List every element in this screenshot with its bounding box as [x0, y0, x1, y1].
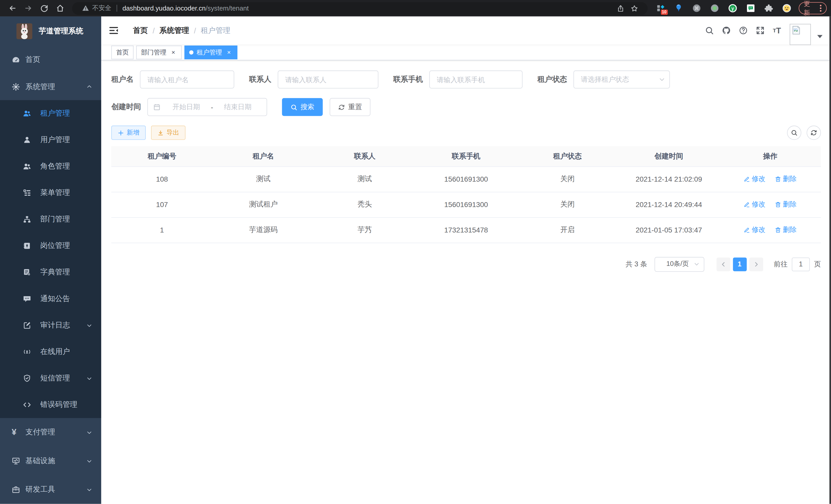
sidebar-item-infrastructure[interactable]: 基础设施	[0, 447, 101, 475]
sidebar-item-sms[interactable]: 短信管理	[0, 365, 101, 391]
sidebar-item-posts[interactable]: 岗位管理	[0, 233, 101, 259]
tab-department[interactable]: 部门管理 ×	[136, 46, 182, 59]
roles-icon	[23, 162, 31, 171]
sidebar-item-label: 错误码管理	[40, 400, 77, 410]
address-bar[interactable]: 不安全 dashboard.yudao.iocoder.cn/system/te…	[72, 2, 648, 14]
sidebar-item-online-users[interactable]: 在线用户	[0, 338, 101, 365]
update-label: 更新	[804, 0, 816, 17]
sidebar-item-audit-log[interactable]: 审计日志	[0, 312, 101, 338]
home-icon[interactable]	[52, 1, 68, 15]
tiles-extension-icon[interactable]: 10	[653, 2, 668, 14]
font-size-icon[interactable]: TT	[769, 22, 785, 39]
sidebar-item-roles[interactable]: 角色管理	[0, 153, 101, 180]
cell-mobile: 15601691300	[416, 167, 517, 192]
close-icon[interactable]: ×	[170, 49, 177, 56]
col-status: 租户状态	[517, 146, 618, 166]
close-icon[interactable]: ×	[225, 49, 233, 56]
star-icon[interactable]	[627, 2, 641, 14]
sidebar-item-departments[interactable]: 部门管理	[0, 206, 101, 233]
cell-contact: 秃头	[314, 192, 416, 217]
sidebar-item-error-code[interactable]: 错误码管理	[0, 391, 101, 418]
edit-link[interactable]: 修改	[744, 174, 766, 184]
sidebar-collapse-icon[interactable]	[109, 25, 119, 36]
sidebar-item-home[interactable]: 首页	[0, 46, 101, 73]
trash-icon	[775, 176, 781, 182]
sidebar-item-system[interactable]: 系统管理	[0, 73, 101, 100]
contact-input[interactable]	[278, 70, 378, 88]
export-button[interactable]: 导出	[151, 126, 185, 140]
edit-icon	[744, 201, 750, 208]
add-button[interactable]: 新增	[111, 126, 146, 140]
delete-label: 删除	[783, 174, 797, 184]
y-extension-icon[interactable]: y	[725, 2, 740, 14]
url-host[interactable]: dashboard.yudao.iocoder.cn	[122, 5, 206, 12]
table-refresh-icon[interactable]	[807, 126, 821, 140]
reload-icon[interactable]	[36, 1, 52, 15]
sidebar-item-payment[interactable]: ¥ 支付管理	[0, 418, 101, 446]
export-button-label: 导出	[167, 128, 179, 137]
create-time-range-picker[interactable]: 开始日期 - 结束日期	[147, 98, 267, 116]
fullscreen-icon[interactable]	[752, 22, 769, 39]
table-toolbar: 新增 导出	[111, 126, 821, 140]
update-button[interactable]: 更新	[798, 2, 827, 14]
chevron-down-icon	[694, 261, 700, 267]
sidebar-item-label: 用户管理	[40, 135, 70, 145]
goto-page-input[interactable]	[792, 257, 810, 271]
browser-menu-icon[interactable]	[820, 5, 822, 12]
record-extension-icon[interactable]	[707, 2, 722, 14]
forward-icon[interactable]	[20, 1, 36, 15]
col-tenant-id: 租户编号	[111, 146, 213, 166]
github-icon[interactable]	[718, 22, 735, 39]
help-icon[interactable]	[735, 22, 752, 39]
sidebar-item-dict[interactable]: 字典管理	[0, 259, 101, 286]
breadcrumb-system[interactable]: 系统管理	[160, 26, 190, 35]
sidebar-bottom-menu: ¥ 支付管理 基础设施 研发工具	[0, 418, 101, 504]
tenant-name-input[interactable]	[140, 70, 234, 88]
sidebar-item-notice[interactable]: 通知公告	[0, 286, 101, 312]
sidebar-logo[interactable]: 芋道管理系统	[0, 17, 101, 46]
chat-extension-icon[interactable]	[743, 2, 758, 14]
sidebar-item-menus[interactable]: 菜单管理	[0, 180, 101, 206]
page-number-1[interactable]: 1	[733, 257, 746, 271]
url-path[interactable]: /system/tenant	[206, 5, 249, 12]
tab-tenant[interactable]: 租户管理 ×	[184, 46, 237, 59]
caret-down-icon[interactable]	[817, 35, 823, 38]
svg-text:⌘: ⌘	[694, 5, 699, 11]
error-code-icon	[23, 401, 31, 409]
command-extension-icon[interactable]: ⌘	[689, 2, 704, 14]
tab-home[interactable]: 首页	[111, 46, 134, 59]
puzzle-extension-icon[interactable]	[761, 2, 776, 14]
mobile-input[interactable]	[429, 70, 523, 88]
page-size-select[interactable]: 10条/页	[655, 257, 704, 271]
next-page-button[interactable]	[749, 257, 763, 271]
tenant-table: 租户编号 租户名 联系人 联系手机 租户状态 创建时间 操作 108 测试	[111, 146, 821, 243]
cell-tenant-name: 测试	[213, 167, 314, 192]
payment-icon: ¥	[11, 428, 20, 437]
prev-page-button[interactable]	[716, 257, 730, 271]
balloon-extension-icon[interactable]	[671, 2, 686, 14]
edit-link[interactable]: 修改	[744, 225, 766, 235]
delete-link[interactable]: 删除	[775, 225, 797, 235]
sidebar-item-users[interactable]: 用户管理	[0, 127, 101, 153]
status-select[interactable]: 请选择租户状态	[574, 70, 670, 88]
svg-text:y: y	[731, 6, 734, 11]
tenants-icon	[23, 109, 31, 118]
sidebar-item-label: 菜单管理	[40, 188, 70, 198]
tenant-name-label: 租户名	[111, 75, 134, 84]
emoji-avatar-icon[interactable]	[779, 2, 794, 14]
delete-link[interactable]: 删除	[775, 174, 797, 184]
delete-label: 删除	[783, 200, 797, 209]
reset-button[interactable]: 重置	[330, 98, 371, 116]
sidebar-item-dev-tools[interactable]: 研发工具	[0, 475, 101, 504]
search-icon[interactable]	[701, 22, 718, 39]
security-label[interactable]: 不安全	[92, 4, 111, 12]
edit-link[interactable]: 修改	[744, 200, 766, 209]
search-button[interactable]: 搜索	[282, 98, 323, 116]
table-search-toggle-icon[interactable]	[787, 126, 801, 140]
sidebar-item-tenant[interactable]: 租户管理	[0, 100, 101, 127]
breadcrumb-home[interactable]: 首页	[133, 26, 148, 35]
broken-avatar-image[interactable]	[790, 24, 811, 45]
share-icon[interactable]	[613, 2, 628, 14]
back-icon[interactable]	[4, 1, 20, 15]
delete-link[interactable]: 删除	[775, 200, 797, 209]
